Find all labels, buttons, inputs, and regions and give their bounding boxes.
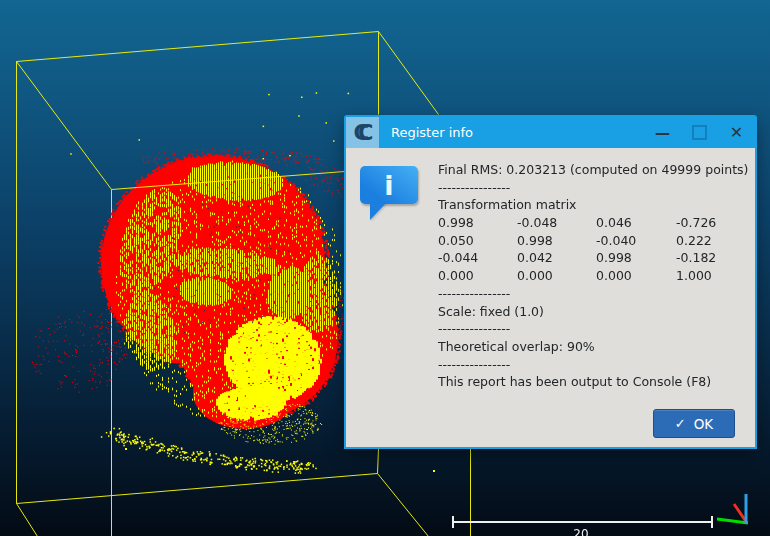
- separator: ----------------: [438, 356, 756, 374]
- register-info-dialog: CC Register info — ✕ i Final RMS: 0.2032…: [344, 115, 757, 449]
- matrix-row: 0.0500.998-0.0400.222: [438, 232, 756, 250]
- matrix-title: Transformation matrix: [438, 196, 756, 214]
- separator: ----------------: [438, 320, 756, 338]
- scale-line: Scale: fixed (1.0): [438, 303, 756, 321]
- matrix-row: 0.998-0.0480.046-0.726: [438, 214, 756, 232]
- scale-bar-label: 20: [566, 527, 596, 536]
- dialog-titlebar[interactable]: CC Register info — ✕: [346, 117, 755, 148]
- ok-button-label: OK: [694, 416, 713, 432]
- matrix-row: -0.0440.0420.998-0.182: [438, 249, 756, 267]
- separator: ----------------: [438, 285, 756, 303]
- ok-button[interactable]: ✓ OK: [653, 409, 735, 438]
- separator: ----------------: [438, 179, 756, 197]
- report-text: Final RMS: 0.203213 (computed on 49999 p…: [438, 161, 756, 391]
- final-rms-line: Final RMS: 0.203213 (computed on 49999 p…: [438, 161, 756, 179]
- dialog-body: i Final RMS: 0.203213 (computed on 49999…: [346, 148, 755, 445]
- matrix-row: 0.0000.0000.0001.000: [438, 267, 756, 285]
- dialog-title: Register info: [391, 125, 644, 140]
- info-icon: i: [360, 166, 422, 224]
- check-icon: ✓: [675, 416, 686, 431]
- report-line: This report has been output to Console (…: [438, 373, 756, 391]
- maximize-icon: [681, 117, 718, 148]
- overlap-line: Theoretical overlap: 90%: [438, 338, 756, 356]
- close-icon[interactable]: ✕: [718, 117, 755, 148]
- minimize-icon[interactable]: —: [644, 117, 681, 148]
- cloudcompare-logo-icon: CC: [346, 117, 379, 148]
- window-controls: — ✕: [644, 117, 755, 148]
